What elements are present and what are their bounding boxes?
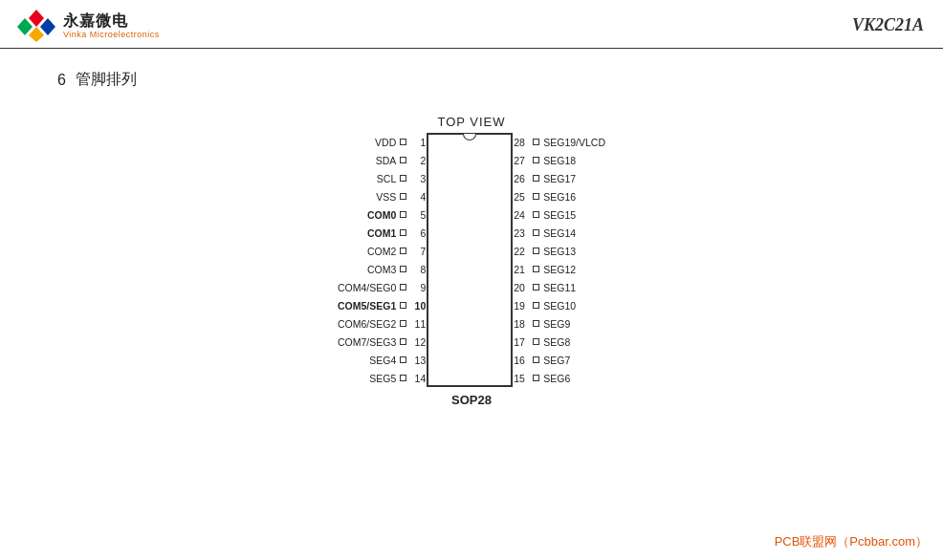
pin-label: SEG7 bbox=[543, 355, 570, 366]
pin-number: 21 bbox=[514, 264, 533, 275]
pin-box bbox=[533, 320, 539, 327]
right-pin-row: 17SEG8 bbox=[513, 333, 605, 351]
pin-number: 18 bbox=[514, 318, 533, 330]
pin-label: SEG16 bbox=[543, 191, 576, 203]
pin-box bbox=[533, 302, 539, 309]
pin-label: COM3 bbox=[367, 264, 396, 275]
pin-number: 4 bbox=[406, 191, 426, 203]
pin-number: 19 bbox=[514, 300, 533, 312]
left-pin-row: VDD1 bbox=[338, 133, 427, 151]
pin-number: 17 bbox=[514, 336, 533, 348]
section-number: 6 bbox=[57, 72, 66, 89]
left-pin-row: COM38 bbox=[338, 260, 427, 278]
pin-box bbox=[533, 248, 539, 254]
left-pin-row: COM7/SEG312 bbox=[338, 333, 427, 351]
left-pin-row: COM05 bbox=[338, 205, 427, 224]
logo-area: 永嘉微电 Vinka Microelectronics bbox=[15, 8, 160, 42]
right-pin-row: 23SEG14 bbox=[513, 224, 605, 242]
pin-box bbox=[533, 193, 539, 200]
footer-watermark: PCB联盟网（Pcbbar.com） bbox=[775, 533, 928, 550]
right-pin-row: 21SEG12 bbox=[513, 260, 605, 278]
left-pin-row: COM27 bbox=[338, 242, 427, 260]
top-view-label: TOP VIEW bbox=[437, 115, 505, 129]
pin-number: 13 bbox=[406, 355, 426, 366]
pin-label: COM6/SEG2 bbox=[338, 318, 396, 330]
pin-label: SEG13 bbox=[543, 246, 576, 257]
document-title: VK2C21A bbox=[852, 15, 924, 35]
pin-box bbox=[400, 175, 406, 182]
pin-box bbox=[400, 193, 406, 200]
pin-label: SEG11 bbox=[543, 282, 576, 293]
pin-box bbox=[400, 375, 406, 381]
pin-label: SEG4 bbox=[369, 355, 396, 366]
pin-label: SEG5 bbox=[369, 373, 396, 384]
pin-number: 24 bbox=[514, 209, 533, 221]
right-pins: 28SEG19/VLCD27SEG1826SEG1725SEG1624SEG15… bbox=[513, 133, 605, 387]
section-heading: 6 管脚排列 bbox=[0, 49, 943, 97]
pin-number: 7 bbox=[406, 246, 426, 257]
left-pins: VDD1SDA2SCL3VSS4COM05COM16COM27COM38COM4… bbox=[338, 133, 427, 387]
pin-box bbox=[400, 320, 406, 327]
header: 永嘉微电 Vinka Microelectronics VK2C21A bbox=[0, 0, 943, 49]
pin-number: 2 bbox=[406, 155, 426, 166]
pin-number: 5 bbox=[406, 209, 426, 221]
right-pin-row: 25SEG16 bbox=[513, 187, 605, 205]
pin-box bbox=[533, 338, 539, 345]
company-name-cn: 永嘉微电 bbox=[63, 12, 128, 29]
pin-box bbox=[533, 356, 539, 363]
right-pin-row: 27SEG18 bbox=[513, 151, 605, 169]
pin-label: SDA bbox=[376, 155, 397, 166]
pin-box bbox=[533, 266, 539, 272]
pin-box bbox=[400, 229, 406, 236]
logo-icon bbox=[15, 8, 57, 42]
pin-label: SEG14 bbox=[543, 227, 576, 239]
right-pin-row: 20SEG11 bbox=[513, 278, 605, 296]
right-pin-row: 18SEG9 bbox=[513, 314, 605, 333]
right-pin-row: 28SEG19/VLCD bbox=[513, 133, 605, 151]
pin-label: COM1 bbox=[367, 227, 396, 239]
left-pin-row: COM6/SEG211 bbox=[338, 314, 427, 333]
left-pin-row: COM4/SEG09 bbox=[338, 278, 427, 296]
left-pin-row: COM16 bbox=[338, 224, 427, 242]
pin-number: 14 bbox=[406, 373, 426, 384]
svg-marker-1 bbox=[17, 18, 33, 35]
left-pin-row: SDA2 bbox=[338, 151, 427, 169]
svg-marker-0 bbox=[29, 10, 44, 27]
pin-box bbox=[400, 157, 406, 163]
pin-box bbox=[400, 266, 406, 272]
pin-label: VDD bbox=[375, 137, 396, 148]
pin-number: 3 bbox=[406, 173, 426, 184]
pin-number: 8 bbox=[406, 264, 426, 275]
pin-number: 6 bbox=[406, 227, 426, 239]
pin-label: SEG10 bbox=[543, 300, 576, 312]
pin-number: 16 bbox=[514, 355, 533, 366]
pin-number: 27 bbox=[514, 155, 533, 166]
pin-label: SEG19/VLCD bbox=[543, 137, 605, 148]
pin-number: 22 bbox=[514, 246, 533, 257]
pin-label: COM7/SEG3 bbox=[338, 336, 396, 348]
pin-label: COM4/SEG0 bbox=[338, 282, 396, 293]
pin-number: 23 bbox=[514, 227, 533, 239]
pin-label: SEG9 bbox=[543, 318, 570, 330]
pin-box bbox=[533, 157, 539, 163]
ic-notch bbox=[463, 134, 476, 140]
pin-number: 26 bbox=[514, 173, 533, 184]
pin-box bbox=[400, 302, 406, 309]
pin-label: SEG6 bbox=[543, 373, 570, 384]
section-label: 管脚排列 bbox=[76, 70, 137, 90]
pin-number: 10 bbox=[406, 300, 426, 312]
pin-box bbox=[533, 175, 539, 182]
left-pin-row: VSS4 bbox=[338, 187, 427, 205]
right-pin-row: 22SEG13 bbox=[513, 242, 605, 260]
ic-body bbox=[427, 133, 513, 387]
right-pin-row: 26SEG17 bbox=[513, 169, 605, 187]
pin-label: VSS bbox=[376, 191, 396, 203]
left-pin-row: SEG413 bbox=[338, 351, 427, 369]
pinout-diagram: TOP VIEW VDD1SDA2SCL3VSS4COM05COM16COM27… bbox=[0, 115, 943, 407]
pin-label: COM0 bbox=[367, 209, 396, 221]
pin-box bbox=[533, 284, 539, 291]
pin-number: 1 bbox=[406, 137, 426, 148]
pin-number: 11 bbox=[406, 318, 426, 330]
pin-label: SEG8 bbox=[543, 336, 570, 348]
pin-label: SEG12 bbox=[543, 264, 576, 275]
